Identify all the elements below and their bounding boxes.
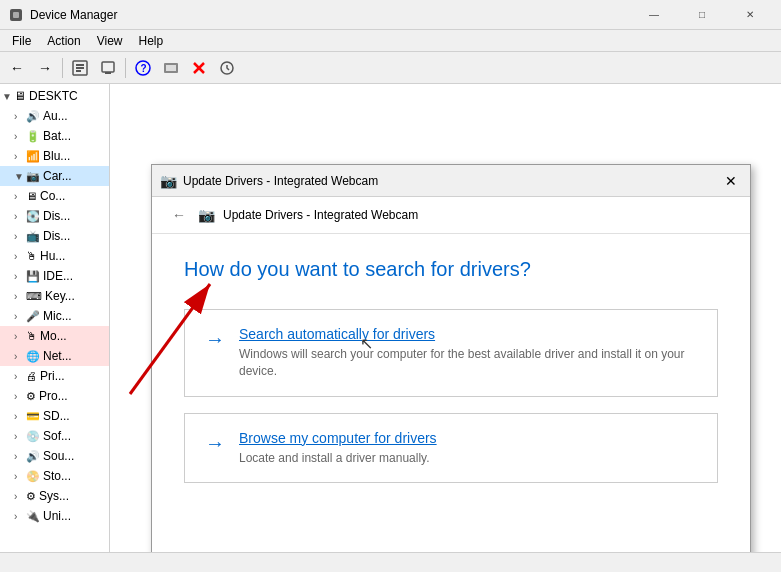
svg-rect-3 [76,64,84,66]
dialog-nav-icon: 📷 [198,207,215,223]
menu-view[interactable]: View [89,32,131,50]
toolbar-separator-2 [125,58,126,78]
dialog-back-button[interactable]: ← [168,205,190,225]
svg-rect-1 [13,12,19,18]
update-drivers-dialog: 📷 Update Drivers - Integrated Webcam ✕ ←… [151,164,751,572]
window-controls: — □ ✕ [631,3,773,27]
dialog-icon: 📷 [160,173,177,189]
toolbar-separator-1 [62,58,63,78]
title-bar: Device Manager — □ ✕ [0,0,781,30]
dialog-nav: ← 📷 Update Drivers - Integrated Webcam [152,197,750,234]
dialog-overlay: 📷 Update Drivers - Integrated Webcam ✕ ←… [0,84,781,552]
window-title: Device Manager [30,8,631,22]
menu-help[interactable]: Help [131,32,172,50]
toolbar-back[interactable]: ← [4,55,30,81]
toolbar-scan[interactable] [95,55,121,81]
menu-file[interactable]: File [4,32,39,50]
dialog-body: How do you want to search for drivers? →… [152,234,750,570]
status-bar [0,552,781,572]
toolbar-remove[interactable] [186,55,212,81]
minimize-button[interactable]: — [631,3,677,27]
search-auto-title: Search automatically for drivers [239,326,697,342]
dialog-question: How do you want to search for drivers? [184,258,718,281]
svg-rect-4 [76,67,84,69]
menu-bar: File Action View Help [0,30,781,52]
menu-action[interactable]: Action [39,32,88,50]
browse-manual-option[interactable]: → Browse my computer for drivers Locate … [184,413,718,484]
toolbar-properties[interactable] [67,55,93,81]
search-auto-content: Search automatically for drivers Windows… [239,326,697,380]
search-auto-option[interactable]: → Search automatically for drivers Windo… [184,309,718,397]
toolbar-device[interactable] [158,55,184,81]
toolbar-help[interactable]: ? [130,55,156,81]
svg-rect-7 [105,72,111,74]
dialog-nav-title: Update Drivers - Integrated Webcam [223,208,418,222]
main-area: ▼ 🖥 DESKTC › 🔊 Au... › 🔋 Bat... › 📶 Blu.… [0,84,781,552]
dialog-close-button[interactable]: ✕ [720,170,742,192]
svg-rect-11 [166,65,176,71]
browse-manual-arrow: → [205,432,225,455]
toolbar-update[interactable] [214,55,240,81]
maximize-button[interactable]: □ [679,3,725,27]
toolbar-forward[interactable]: → [32,55,58,81]
browse-manual-desc: Locate and install a driver manually. [239,450,437,467]
svg-rect-5 [76,70,81,72]
search-auto-arrow: → [205,328,225,351]
browse-manual-title: Browse my computer for drivers [239,430,437,446]
toolbar: ← → ? [0,52,781,84]
app-icon [8,7,24,23]
dialog-title-bar: 📷 Update Drivers - Integrated Webcam ✕ [152,165,750,197]
search-auto-desc: Windows will search your computer for th… [239,346,697,380]
dialog-title: Update Drivers - Integrated Webcam [183,174,720,188]
browse-manual-content: Browse my computer for drivers Locate an… [239,430,437,467]
svg-rect-6 [102,62,114,72]
svg-text:?: ? [141,63,147,74]
window-close-button[interactable]: ✕ [727,3,773,27]
